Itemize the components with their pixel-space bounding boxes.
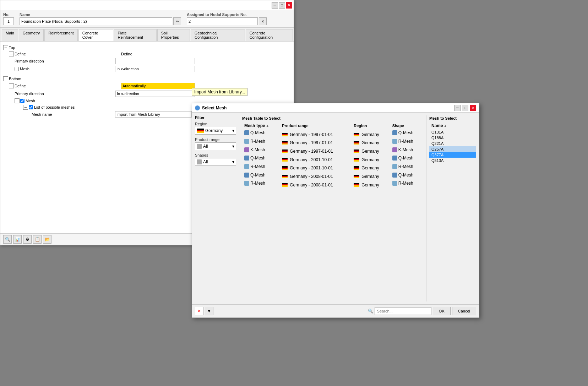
sort-mesh-type: ▲ bbox=[266, 124, 269, 127]
mesh-icon-1 bbox=[244, 130, 249, 135]
top-mesh-checkbox[interactable] bbox=[15, 67, 19, 71]
tab-concrete-cover[interactable]: Concrete Cover bbox=[78, 29, 113, 41]
footer-btn-4[interactable]: 📋 bbox=[33, 235, 42, 244]
no-input[interactable] bbox=[3, 17, 14, 25]
table-row[interactable]: R-Mesh Germany - 2008-01-01 Germany R-Me… bbox=[242, 180, 423, 188]
table-row[interactable]: K-Mesh Germany - 1997-01-01 Germany K-Me… bbox=[242, 146, 423, 154]
col-region[interactable]: Region bbox=[352, 123, 390, 129]
region-dropdown[interactable]: Germany ▾ bbox=[195, 127, 236, 135]
table-row[interactable]: Q-Mesh Germany - 1997-01-01 Germany Q-Me… bbox=[242, 129, 423, 138]
footer-btn-1[interactable]: 🔍 bbox=[3, 235, 12, 244]
mesh-list-item[interactable]: Q221A bbox=[429, 141, 476, 146]
tab-plate-reinforcement[interactable]: Plate Reinforcement bbox=[114, 29, 157, 41]
header-area: No. Name ✏ Assigned to Nodal Supports No… bbox=[0, 10, 294, 28]
tree-item-top-define: ─ Define Define bbox=[3, 51, 195, 57]
footer-btn-5[interactable]: 📂 bbox=[43, 235, 51, 244]
filter-title: Filter bbox=[195, 115, 236, 120]
list-meshes-checkbox[interactable] bbox=[29, 105, 33, 109]
tab-concrete-config[interactable]: Concrete Configuration bbox=[246, 29, 293, 41]
tree-item-top-mesh: Mesh bbox=[3, 65, 195, 73]
search-input[interactable] bbox=[375, 307, 431, 315]
footer-clear-btn[interactable]: ✕ bbox=[195, 307, 203, 315]
bottom-primary-dir-input[interactable] bbox=[115, 91, 195, 97]
assigned-input[interactable] bbox=[187, 17, 258, 25]
maximize-button[interactable]: □ bbox=[279, 2, 285, 9]
tab-main[interactable]: Main bbox=[2, 29, 18, 41]
name-edit-button[interactable]: ✏ bbox=[173, 17, 181, 25]
table-row[interactable]: Q-Mesh Germany - 2001-10-01 Germany Q-Me… bbox=[242, 154, 423, 163]
bottom-define-value[interactable] bbox=[121, 83, 195, 89]
dialog-title-text: Select Mesh bbox=[202, 105, 227, 110]
mesh-to-select-panel: Mesh to Select Name ▲ Q131A Q188A Q221A bbox=[426, 115, 476, 301]
region-label: Region bbox=[195, 122, 236, 126]
mesh-to-select-title: Mesh to Select bbox=[429, 115, 476, 121]
shapes-dropdown[interactable]: All ▾ bbox=[195, 158, 236, 166]
search-icon: 🔍 bbox=[368, 309, 373, 314]
tree-item-top-primary-dir: Primary direction bbox=[3, 57, 195, 65]
region-flag-container: Germany bbox=[197, 128, 223, 133]
top-mesh-label: Mesh bbox=[20, 67, 115, 71]
top-expand-btn[interactable]: ─ bbox=[3, 45, 8, 50]
mesh-table-panel: Mesh Table to Select Mesh type ▲ Product… bbox=[239, 115, 426, 301]
dialog-close-btn[interactable]: ✕ bbox=[470, 105, 476, 111]
bottom-define-label: Define bbox=[15, 84, 121, 88]
shapes-value: All bbox=[203, 159, 208, 164]
footer-btn-3[interactable]: ⚙ bbox=[23, 235, 32, 244]
top-define-value: Define bbox=[121, 52, 195, 56]
shape-icon-3 bbox=[392, 147, 397, 152]
dialog-minimize-btn[interactable]: ─ bbox=[454, 105, 461, 111]
shape-icon-7 bbox=[392, 181, 397, 186]
col-mesh-type[interactable]: Mesh type ▲ bbox=[242, 123, 280, 129]
bottom-label: Bottom bbox=[9, 77, 21, 81]
flag-de-r1 bbox=[354, 133, 359, 136]
dialog-title-bar: Select Mesh ─ □ ✕ bbox=[192, 103, 479, 113]
bottom-mesh-expand-btn[interactable]: ─ bbox=[15, 98, 20, 103]
bottom-expand-btn[interactable]: ─ bbox=[3, 76, 8, 81]
mesh-list-item[interactable]: Q377A bbox=[429, 152, 476, 158]
tree-item-mesh-name: Mesh name ↓ bbox=[3, 110, 195, 118]
mesh-list-item[interactable]: Q513A bbox=[429, 158, 476, 163]
list-meshes-expand-btn[interactable]: ─ bbox=[23, 105, 28, 110]
minimize-button[interactable]: ─ bbox=[272, 2, 278, 9]
table-row[interactable]: R-Mesh Germany - 2001-10-01 Germany R-Me… bbox=[242, 163, 423, 172]
footer-btn-2[interactable]: 📊 bbox=[13, 235, 22, 244]
assigned-section: Assigned to Nodal Supports No. ✕ bbox=[187, 12, 291, 25]
footer-filter-btn[interactable]: ▼ bbox=[205, 307, 213, 315]
close-button[interactable]: ✕ bbox=[286, 2, 292, 9]
top-mesh-value[interactable] bbox=[115, 66, 195, 72]
select-mesh-dialog: Select Mesh ─ □ ✕ Filter Region bbox=[192, 103, 479, 318]
table-row[interactable]: R-Mesh Germany - 1997-01-01 Germany R-Me… bbox=[242, 138, 423, 146]
cancel-button[interactable]: Cancel bbox=[452, 307, 476, 315]
top-primary-dir-label: Primary direction bbox=[15, 59, 115, 63]
product-range-dropdown[interactable]: All ▾ bbox=[195, 142, 236, 150]
mesh-icon-3 bbox=[244, 147, 249, 152]
dialog-icon bbox=[195, 105, 200, 110]
tab-soil-properties[interactable]: Soil Properties bbox=[157, 29, 190, 41]
bottom-mesh-checkbox[interactable] bbox=[20, 99, 24, 103]
bottom-define-expand-btn[interactable]: ─ bbox=[9, 83, 14, 88]
col-shape[interactable]: Shape bbox=[390, 123, 423, 129]
tooltip-text: Import Mesh from Library... bbox=[194, 89, 245, 94]
dialog-maximize-btn[interactable]: □ bbox=[462, 105, 468, 111]
mesh-list-item[interactable]: Q257A bbox=[429, 146, 476, 152]
top-primary-dir-input[interactable] bbox=[115, 58, 195, 64]
tab-reinforcement[interactable]: Reinforcement bbox=[44, 29, 78, 41]
top-define-expand-btn[interactable]: ─ bbox=[9, 51, 14, 56]
shape-icon-4 bbox=[392, 156, 397, 161]
mesh-name-label: Mesh name bbox=[32, 112, 115, 116]
tab-geotechnical-config[interactable]: Geotechnical Configuration bbox=[191, 29, 245, 41]
mesh-list-item[interactable]: Q131A bbox=[429, 129, 476, 135]
flag-de-1 bbox=[282, 133, 288, 136]
mesh-list-item[interactable]: Q188A bbox=[429, 135, 476, 141]
col-product-range[interactable]: Product range bbox=[280, 123, 352, 129]
name-input[interactable] bbox=[20, 17, 172, 25]
product-range-value: All bbox=[203, 144, 208, 149]
ok-button[interactable]: OK bbox=[433, 307, 451, 315]
col-name[interactable]: Name ▲ bbox=[429, 123, 476, 129]
mesh-name-input[interactable] bbox=[115, 111, 192, 118]
assigned-edit-button[interactable]: ✕ bbox=[259, 17, 267, 25]
dialog-body: Filter Region Germany ▾ Product r bbox=[192, 113, 479, 304]
tab-geometry[interactable]: Geometry bbox=[19, 29, 44, 41]
table-row[interactable]: Q-Mesh Germany - 2008-01-01 Germany Q-Me… bbox=[242, 171, 423, 180]
shapes-label: Shapes bbox=[195, 153, 236, 157]
